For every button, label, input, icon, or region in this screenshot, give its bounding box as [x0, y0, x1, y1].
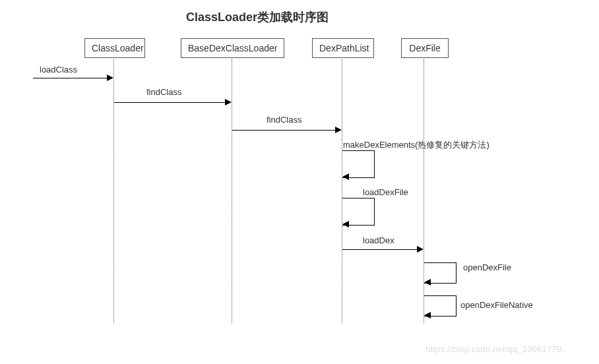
- participant-dexfile: DexFile: [401, 38, 449, 58]
- message-line-loaddex: [342, 249, 418, 250]
- message-label-loaddexfile: loadDexFile: [363, 187, 408, 197]
- arrow-opendexfile: [424, 279, 431, 286]
- message-label-opendexfile: openDexFile: [463, 262, 511, 272]
- arrow-opendexfilenative: [424, 312, 431, 318]
- participant-dexpathlist: DexPathList: [312, 38, 374, 58]
- arrow-makedexelements: [342, 173, 349, 180]
- message-label-findclass2: findClass: [267, 115, 301, 125]
- message-line-findclass2: [232, 130, 336, 131]
- message-label-loadclass: loadClass: [40, 65, 77, 75]
- lifeline-basedexclassloader: [232, 59, 232, 323]
- lifeline-classloader: [113, 59, 114, 323]
- participant-classloader: ClassLoader: [84, 38, 145, 58]
- arrow-loaddexfile: [342, 221, 349, 228]
- message-line-findclass1: [114, 102, 226, 103]
- message-label-opendexfilenative: openDexFileNative: [460, 300, 533, 310]
- arrow-findclass1: [225, 99, 232, 106]
- message-label-loaddex: loadDex: [363, 235, 394, 245]
- message-label-findclass1: findClass: [146, 87, 181, 97]
- participant-basedexclassloader: BaseDexClassLoader: [181, 38, 284, 58]
- diagram-title: ClassLoader类加载时序图: [0, 9, 515, 25]
- lifeline-dexpathlist: [342, 59, 342, 323]
- arrow-findclass2: [335, 127, 342, 133]
- watermark-text: https://blog.csdn.net/qq_23081779: [426, 344, 561, 354]
- message-line-loadclass: [33, 78, 107, 78]
- arrow-loaddex: [417, 246, 424, 253]
- message-label-makedexelements: makeDexElements(热修复的关键方法): [343, 139, 489, 151]
- arrow-loadclass: [107, 75, 113, 81]
